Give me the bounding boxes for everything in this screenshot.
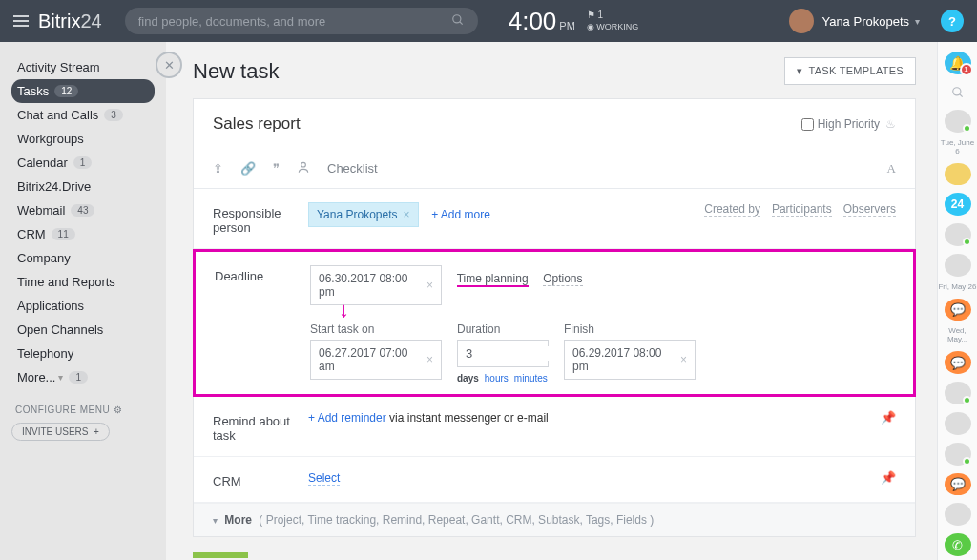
- rail-avatar[interactable]: [945, 382, 971, 404]
- annotation-arrow: ↓: [339, 303, 894, 317]
- nav-time-reports[interactable]: Time and Reports: [11, 270, 155, 294]
- text-format-button[interactable]: A: [887, 161, 896, 176]
- remind-via-text: via instant messenger or e-mail: [386, 411, 549, 425]
- finish-input[interactable]: 06.29.2017 08:00 pm×: [564, 340, 696, 380]
- app-logo[interactable]: Bitrix24: [38, 10, 102, 32]
- app-header: Bitrix24 4:00PM ⚑ 1 ◉ WORKING Yana Proko…: [0, 0, 977, 42]
- pin-icon[interactable]: 📌: [881, 470, 896, 485]
- nav-more[interactable]: More...▾1: [11, 365, 155, 389]
- rail-date: Fri, May 26: [938, 282, 976, 291]
- save-button[interactable]: [193, 552, 248, 558]
- observers-link[interactable]: Observers: [843, 202, 896, 217]
- nav-company[interactable]: Company: [11, 246, 155, 270]
- time-planning-link[interactable]: Time planning: [457, 272, 529, 287]
- task-title-input[interactable]: Sales report: [213, 114, 301, 134]
- rail-avatar[interactable]: [945, 503, 971, 526]
- crm-select-link[interactable]: Select: [308, 471, 340, 486]
- rail-chat-icon[interactable]: 💬: [945, 351, 971, 374]
- deadline-input[interactable]: 06.30.2017 08:00 pm×: [310, 265, 442, 305]
- duration-input[interactable]: [457, 340, 549, 367]
- help-button[interactable]: ?: [941, 10, 964, 32]
- options-link[interactable]: Options: [543, 272, 582, 286]
- add-more-responsible[interactable]: + Add more: [431, 208, 490, 221]
- hamburger-icon[interactable]: [13, 12, 29, 30]
- rail-chat-icon[interactable]: 💬: [945, 473, 971, 496]
- rail-avatar[interactable]: [945, 163, 971, 186]
- search-icon[interactable]: [451, 13, 465, 30]
- svg-line-1: [459, 21, 462, 24]
- pin-icon[interactable]: 📌: [881, 410, 896, 425]
- rail-search-icon[interactable]: [951, 86, 965, 102]
- nav-tasks[interactable]: Tasks12: [11, 79, 155, 103]
- unit-hours[interactable]: hours: [485, 373, 509, 384]
- work-status[interactable]: ⚑ 1 ◉ WORKING: [587, 10, 639, 32]
- responsible-label: Responsible person: [213, 202, 308, 235]
- high-priority-toggle[interactable]: High Priority ♨: [801, 117, 896, 131]
- svg-point-0: [452, 14, 460, 22]
- nav-drive[interactable]: Bitrix24.Drive: [11, 175, 155, 198]
- remind-row: Remind about task + Add reminder via ins…: [194, 397, 915, 457]
- invite-users-button[interactable]: INVITE USERS +: [11, 423, 110, 441]
- rail-avatar[interactable]: [945, 412, 971, 435]
- quote-icon[interactable]: ❞: [273, 161, 280, 176]
- duration-units: days hours minutes: [457, 373, 549, 384]
- nav-calendar[interactable]: Calendar1: [11, 151, 155, 175]
- responsible-chip[interactable]: Yana Prokopets×: [308, 202, 419, 227]
- notifications-button[interactable]: 🔔1: [945, 52, 971, 74]
- high-priority-checkbox[interactable]: [801, 118, 814, 131]
- rail-date: Tue, June 6: [938, 138, 977, 156]
- collapse-sidebar-button[interactable]: ✕: [156, 52, 182, 78]
- mention-icon[interactable]: [297, 160, 310, 176]
- unit-minutes[interactable]: minutes: [514, 373, 548, 384]
- link-icon[interactable]: 🔗: [240, 161, 256, 176]
- rail-call-icon[interactable]: ✆: [945, 533, 971, 556]
- global-search[interactable]: [125, 8, 478, 34]
- search-input[interactable]: [138, 14, 451, 29]
- nav-telephony[interactable]: Telephony: [11, 342, 155, 365]
- svg-point-2: [301, 162, 306, 167]
- clear-icon[interactable]: ×: [680, 353, 687, 366]
- chip-remove-icon[interactable]: ×: [404, 208, 410, 221]
- rail-avatar[interactable]: [945, 223, 971, 246]
- svg-point-3: [952, 88, 960, 95]
- nav-webmail[interactable]: Webmail43: [11, 198, 155, 222]
- nav-chat[interactable]: Chat and Calls3: [11, 103, 155, 127]
- add-reminder-link[interactable]: + Add reminder: [308, 411, 386, 425]
- clear-icon[interactable]: ×: [426, 279, 433, 292]
- page-title: New task: [193, 59, 279, 84]
- user-avatar: [789, 9, 814, 33]
- nav-crm[interactable]: CRM11: [11, 222, 155, 246]
- nav-open-channels[interactable]: Open Channels: [11, 318, 155, 342]
- caret-down-icon: ▾: [915, 16, 920, 27]
- created-by-link[interactable]: Created by: [704, 202, 760, 217]
- flame-icon: ♨: [885, 117, 896, 131]
- remind-label: Remind about task: [213, 410, 308, 443]
- user-menu[interactable]: Yana Prokopets ▾ ?: [789, 9, 964, 33]
- unit-days[interactable]: days: [457, 373, 479, 384]
- task-card: Sales report High Priority ♨ ⇪ 🔗 ❞ Check…: [193, 98, 916, 537]
- configure-menu-link[interactable]: CONFIGURE MENU ⚙: [0, 391, 166, 415]
- participants-link[interactable]: Participants: [772, 202, 832, 217]
- clear-icon[interactable]: ×: [426, 353, 433, 366]
- upload-icon[interactable]: ⇪: [213, 161, 223, 176]
- checklist-button[interactable]: Checklist: [327, 161, 378, 176]
- task-templates-button[interactable]: ▾ TASK TEMPLATES: [784, 57, 916, 85]
- rail-chat-icon[interactable]: 💬: [945, 299, 971, 321]
- deadline-label: Deadline: [215, 265, 310, 319]
- rail-avatar[interactable]: [945, 254, 971, 277]
- nav-applications[interactable]: Applications: [11, 294, 155, 318]
- clock-widget[interactable]: 4:00PM: [509, 7, 575, 36]
- responsible-row: Responsible person Yana Prokopets× + Add…: [194, 189, 915, 249]
- rail-date: Wed, May...: [938, 326, 977, 343]
- start-input[interactable]: 06.27.2017 07:00 am×: [310, 340, 442, 380]
- more-row[interactable]: ▾ More ( Project, Time tracking, Remind,…: [194, 503, 915, 536]
- nav-workgroups[interactable]: Workgroups: [11, 127, 155, 151]
- editor-toolbar: ⇪ 🔗 ❞ Checklist A: [194, 158, 915, 188]
- main-panel: New task ▾ TASK TEMPLATES Sales report H…: [166, 42, 937, 560]
- finish-label: Finish: [564, 322, 696, 336]
- rail-b24-icon[interactable]: 24: [945, 193, 971, 216]
- duration-label: Duration: [457, 322, 549, 336]
- rail-avatar[interactable]: [945, 110, 971, 133]
- rail-avatar[interactable]: [945, 443, 971, 466]
- nav-activity-stream[interactable]: Activity Stream: [11, 55, 155, 79]
